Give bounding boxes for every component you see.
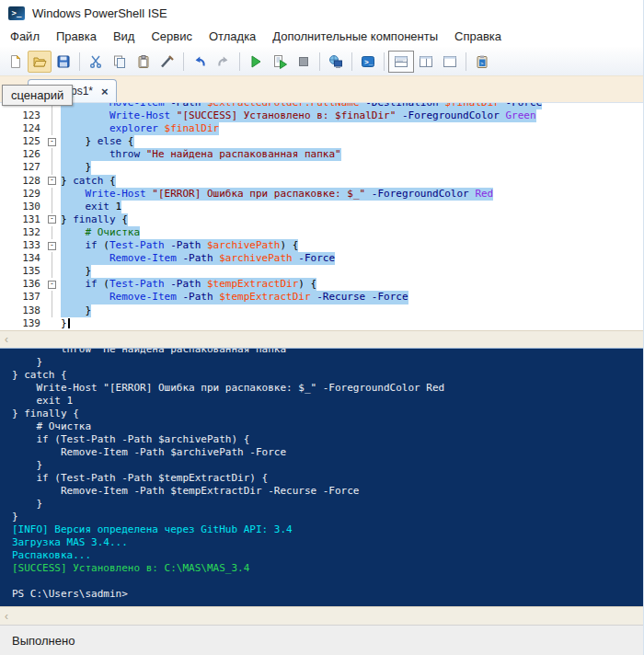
- code-line[interactable]: 137 Remove-Item -Path $tempExtractDir -R…: [0, 291, 643, 304]
- new-powershell-tab-button[interactable]: >: [470, 51, 494, 73]
- code-line[interactable]: 133- if (Test-Path -Path $archivePath) {: [0, 239, 643, 252]
- fold-column[interactable]: -: [48, 239, 61, 252]
- fold-column: [48, 188, 61, 201]
- undo-button[interactable]: [188, 51, 212, 73]
- clear-console-icon: [160, 54, 175, 69]
- code-line[interactable]: 123 Write-Host "[SUCCESS] Установлено в:…: [0, 109, 643, 122]
- editor-lines: 122 Move-Item -Path $extractedFolder.Ful…: [0, 102, 643, 330]
- cut-button[interactable]: [84, 51, 108, 73]
- console-pane[interactable]: throw "Не найдена распакованная папка" }…: [0, 348, 643, 606]
- fold-column: [48, 148, 61, 161]
- code-line[interactable]: 129 Write-Host "[ERROR] Ошибка при распа…: [0, 188, 643, 201]
- menu-item-view[interactable]: Вид: [105, 27, 144, 46]
- fold-column: [48, 122, 61, 135]
- code-text: # Очистка: [61, 226, 140, 239]
- paste-button[interactable]: [132, 51, 155, 73]
- code-line[interactable]: 128-} catch {: [0, 175, 643, 188]
- editor-horizontal-scrollbar[interactable]: ‹: [0, 330, 643, 348]
- run-selection-icon: [272, 54, 287, 69]
- code-line[interactable]: 138 }: [0, 305, 643, 317]
- window-title: Windows PowerShell ISE: [32, 6, 167, 20]
- fold-guide-line: [52, 122, 52, 135]
- stop-button[interactable]: [292, 51, 316, 73]
- fold-toggle-icon[interactable]: -: [48, 215, 56, 224]
- toolbar-separator: [319, 52, 320, 71]
- fold-guide-line: [52, 252, 52, 265]
- code-line[interactable]: 125- } else {: [0, 135, 643, 148]
- script-tab-strip: ный1.ps1* × сценарий: [0, 76, 643, 102]
- fold-toggle-icon[interactable]: -: [48, 242, 56, 250]
- console-horizontal-scrollbar[interactable]: ‹: [0, 606, 643, 625]
- toolbar: >_ >: [0, 47, 643, 76]
- fold-guide-line: [52, 148, 52, 161]
- fold-column[interactable]: -: [48, 213, 61, 226]
- menu-item-debug[interactable]: Отладка: [201, 27, 264, 46]
- new-script-button[interactable]: [4, 51, 28, 73]
- code-line[interactable]: 124 explorer $finalDir: [0, 122, 643, 135]
- powershell-console-icon: >_: [361, 54, 375, 69]
- clear-console-button[interactable]: [155, 51, 179, 73]
- toolbar-separator: [384, 52, 385, 71]
- scroll-left-icon[interactable]: ‹: [5, 333, 8, 346]
- code-line[interactable]: 134 Remove-Item -Path $archivePath -Forc…: [0, 252, 643, 265]
- fold-column: [48, 109, 61, 122]
- fold-column: [48, 317, 61, 330]
- menu-item-tools[interactable]: Сервис: [143, 27, 201, 46]
- toolbar-separator: [79, 52, 80, 71]
- new-remote-powershell-tab-button[interactable]: [324, 51, 348, 73]
- code-line[interactable]: 126 throw "Не найдена распакованная папк…: [0, 148, 643, 161]
- code-line[interactable]: 135 }: [0, 265, 643, 278]
- layout-script-top-icon: [394, 54, 408, 69]
- run-selection-button[interactable]: [268, 51, 292, 73]
- open-script-button[interactable]: [28, 51, 52, 73]
- fold-column[interactable]: -: [48, 175, 61, 188]
- menu-item-addons[interactable]: Дополнительные компоненты: [264, 27, 446, 46]
- code-line[interactable]: 139}: [0, 317, 643, 330]
- layout-script-maximized-button[interactable]: [438, 51, 462, 73]
- fold-column[interactable]: -: [48, 135, 61, 148]
- fold-toggle-icon[interactable]: -: [48, 281, 56, 289]
- menubar: ФайлПравкаВидСервисОтладкаДополнительные…: [0, 26, 643, 47]
- console-line: Remove-Item -Path $tempExtractDir -Recur…: [12, 485, 643, 498]
- redo-button[interactable]: [212, 51, 236, 73]
- fold-column[interactable]: -: [48, 278, 61, 291]
- fold-column: [48, 265, 61, 278]
- status-text: Выполнено: [12, 634, 75, 648]
- menu-item-file[interactable]: Файл: [2, 27, 48, 46]
- fold-toggle-icon[interactable]: -: [48, 138, 56, 146]
- start-powershell-button[interactable]: >_: [356, 51, 380, 73]
- fold-guide-line: [52, 305, 52, 317]
- code-line[interactable]: 130 exit 1: [0, 201, 643, 213]
- code-line[interactable]: 132 # Очистка: [0, 226, 643, 239]
- powershell-app-icon: >_: [8, 6, 25, 20]
- code-text: }: [61, 317, 70, 330]
- fold-toggle-icon[interactable]: -: [48, 177, 56, 185]
- svg-text:>: >: [480, 60, 484, 65]
- code-line[interactable]: 122 Move-Item -Path $extractedFolder.Ful…: [0, 102, 643, 109]
- layout-script-right-button[interactable]: [414, 51, 438, 73]
- save-button[interactable]: [52, 51, 75, 73]
- code-text: throw "Не найдена распакованная папка": [61, 148, 341, 161]
- console-output: throw "Не найдена распакованная папка" }…: [12, 348, 643, 601]
- scroll-left-icon[interactable]: ‹: [5, 610, 8, 623]
- code-line[interactable]: 131-} finally {: [0, 213, 643, 226]
- console-line: exit 1: [12, 395, 643, 408]
- line-number: 133: [0, 239, 48, 252]
- fold-column: [48, 305, 61, 317]
- copy-button[interactable]: [108, 51, 132, 73]
- code-line[interactable]: 127 }: [0, 161, 643, 174]
- toolbar-separator: [183, 52, 184, 71]
- tab-close-icon[interactable]: ×: [101, 85, 109, 98]
- code-text: } catch {: [61, 175, 116, 188]
- menu-item-help[interactable]: Справка: [446, 27, 510, 46]
- run-script-button[interactable]: [244, 51, 268, 73]
- code-line[interactable]: 136- if (Test-Path -Path $tempExtractDir…: [0, 278, 643, 291]
- line-number: 131: [0, 213, 48, 226]
- line-number: 124: [0, 122, 48, 135]
- fold-guide-line: [52, 188, 52, 201]
- menu-item-edit[interactable]: Правка: [48, 27, 105, 46]
- console-line: [12, 575, 643, 588]
- cut-icon: [88, 54, 103, 69]
- layout-script-top-button[interactable]: [388, 51, 414, 73]
- script-editor-pane[interactable]: 122 Move-Item -Path $extractedFolder.Ful…: [0, 102, 643, 330]
